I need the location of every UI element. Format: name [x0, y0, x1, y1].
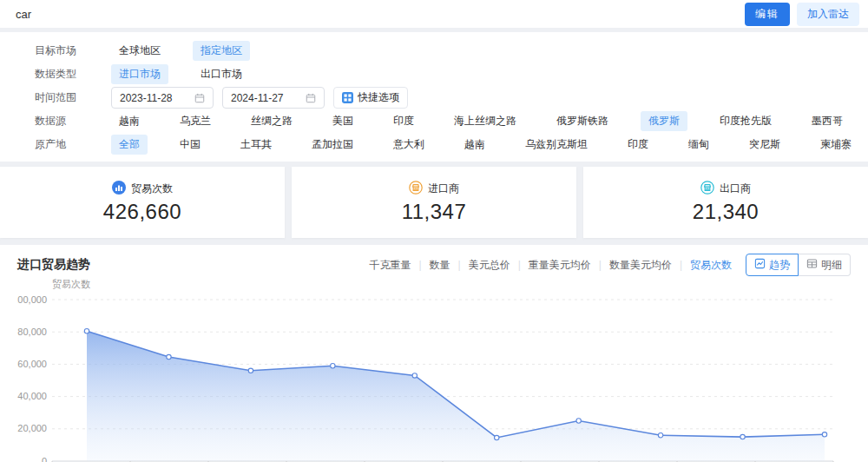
filter-option-data-source[interactable]: 美国 [325, 111, 361, 131]
svg-text:60,000: 60,000 [17, 359, 47, 369]
filter-option-origin[interactable]: 越南 [457, 135, 493, 155]
exporter-store-icon [700, 181, 714, 197]
chart-panel: 进口贸易趋势 千克重量|数量|美元总价|重量美元均价|数量美元均价|贸易次数 趋… [0, 245, 868, 462]
separator: | [599, 259, 602, 271]
filter-option-data-source[interactable]: 印度 [385, 111, 422, 131]
bar-chart-icon [112, 181, 126, 197]
stat-value: 426,660 [103, 200, 181, 224]
svg-text:20,000: 20,000 [17, 423, 47, 433]
filter-option-data-source[interactable]: 丝绸之路 [243, 111, 300, 131]
filter-option-data-source[interactable]: 印度抢先版 [712, 111, 779, 131]
separator: | [458, 259, 461, 271]
svg-text:100,000: 100,000 [17, 294, 47, 305]
edit-button[interactable]: 编辑 [745, 3, 790, 26]
filter-options-data-source: 越南乌克兰丝绸之路美国印度海上丝绸之路俄罗斯铁路俄罗斯印度抢先版墨西哥哈萨克斯坦… [111, 111, 868, 131]
filter-option-target-market[interactable]: 指定地区 [193, 41, 250, 61]
filter-option-origin[interactable]: 全部 [111, 135, 148, 155]
table-grid-icon [806, 258, 818, 272]
filter-option-origin[interactable]: 孟加拉国 [304, 135, 361, 155]
filter-label-data-source: 数据源 [35, 114, 89, 129]
importer-store-icon [409, 181, 423, 197]
filter-option-data-source[interactable]: 越南 [111, 111, 148, 131]
metric-1[interactable]: 千克重量 [369, 258, 411, 273]
filter-panel: 目标市场全球地区指定地区数据类型进口市场出口市场时间范围2023-11-2820… [0, 32, 868, 162]
calendar-icon [194, 93, 205, 103]
filter-option-origin[interactable]: 土耳其 [233, 135, 279, 155]
filter-row-time-range: 时间范围2023-11-282024-11-27快捷选项 [35, 86, 851, 109]
quick-options-icon [342, 92, 353, 103]
filter-label-target-market: 目标市场 [35, 43, 89, 58]
filter-option-origin[interactable]: 印度 [620, 135, 656, 155]
chart-header: 进口贸易趋势 千克重量|数量|美元总价|重量美元均价|数量美元均价|贸易次数 趋… [17, 254, 851, 276]
stat-card-trade-count: 贸易次数 426,660 [0, 167, 285, 238]
filter-options-data-type: 进口市场出口市场 [111, 64, 851, 84]
view-switcher: 趋势 明细 [746, 254, 851, 276]
stat-card-importers: 进口商 11,347 [292, 167, 576, 238]
filter-row-data-type: 数据类型进口市场出口市场 [35, 63, 851, 86]
topbar-actions: 编辑 加入雷达 [745, 3, 859, 26]
svg-text:40,000: 40,000 [17, 391, 47, 401]
chart-body: 贸易次数020,00040,00060,00080,000100,0002023… [17, 278, 851, 462]
calendar-icon [306, 93, 316, 103]
quick-options-button[interactable]: 快捷选项 [333, 87, 408, 109]
start-date-input-value: 2023-11-28 [120, 92, 173, 104]
filter-option-data-source[interactable]: 海上丝绸之路 [446, 111, 524, 131]
topbar: car 编辑 加入雷达 [0, 0, 868, 28]
stat-card-exporters: 出口商 21,340 [583, 167, 868, 238]
filter-option-origin[interactable]: 柬埔寨 [812, 135, 859, 155]
filter-option-origin[interactable]: 意大利 [385, 135, 432, 155]
stat-label: 贸易次数 [131, 182, 173, 196]
svg-text:0: 0 [42, 456, 47, 462]
metric-6[interactable]: 贸易次数 [690, 258, 732, 273]
filter-label-origin: 原产地 [35, 137, 89, 152]
stat-label: 出口商 [720, 182, 751, 196]
trend-view-button[interactable]: 趋势 [746, 254, 799, 276]
start-date-input[interactable]: 2023-11-28 [111, 87, 214, 109]
stats-row: 贸易次数 426,660 进口商 11,347 出口商 21,340 [0, 167, 868, 238]
svg-text:贸易次数: 贸易次数 [52, 279, 90, 289]
metric-5[interactable]: 数量美元均价 [609, 258, 672, 273]
separator: | [518, 259, 521, 271]
metric-3[interactable]: 美元总价 [469, 258, 510, 273]
metric-4[interactable]: 重量美元均价 [529, 258, 591, 273]
filter-row-data-source: 数据源越南乌克兰丝绸之路美国印度海上丝绸之路俄罗斯铁路俄罗斯印度抢先版墨西哥哈萨… [35, 109, 851, 133]
filter-option-target-market[interactable]: 全球地区 [111, 41, 168, 61]
add-to-radar-button[interactable]: 加入雷达 [797, 3, 859, 26]
separator: | [680, 259, 682, 271]
trend-chart-icon [754, 258, 766, 272]
filter-option-data-source[interactable]: 墨西哥 [804, 111, 851, 131]
filter-option-origin[interactable]: 缅甸 [681, 135, 717, 155]
filter-option-data-source[interactable]: 乌克兰 [172, 111, 219, 131]
filter-option-data-type[interactable]: 进口市场 [111, 64, 168, 84]
metric-2[interactable]: 数量 [430, 258, 450, 273]
chart-title: 进口贸易趋势 [17, 257, 90, 273]
separator: | [418, 259, 421, 271]
filter-option-data-source[interactable]: 俄罗斯铁路 [549, 111, 616, 131]
page-title: car [16, 8, 31, 21]
filter-options-time-range: 2023-11-282024-11-27快捷选项 [111, 87, 851, 109]
metric-toolbar: 千克重量|数量|美元总价|重量美元均价|数量美元均价|贸易次数 [369, 258, 732, 273]
filter-options-target-market: 全球地区指定地区 [111, 41, 851, 61]
end-date-input-value: 2024-11-27 [231, 92, 284, 104]
filter-option-data-source[interactable]: 俄罗斯 [641, 111, 687, 131]
filter-option-data-type[interactable]: 出口市场 [193, 64, 250, 84]
stat-label: 进口商 [428, 182, 459, 196]
trend-area-chart: 贸易次数020,00040,00060,00080,000100,0002023… [17, 278, 851, 462]
filter-option-origin[interactable]: 乌兹别克斯坦 [517, 135, 595, 155]
filter-label-time-range: 时间范围 [35, 90, 89, 105]
filter-options-origin: 全部中国土耳其孟加拉国意大利越南乌兹别克斯坦印度缅甸突尼斯柬埔寨德国保加利亚葡萄… [111, 135, 868, 155]
filter-option-origin[interactable]: 中国 [172, 135, 208, 155]
filter-row-target-market: 目标市场全球地区指定地区 [35, 39, 851, 63]
stat-value: 11,347 [402, 200, 467, 224]
quick-options-label: 快捷选项 [358, 90, 399, 105]
stat-value: 21,340 [693, 200, 759, 224]
svg-text:80,000: 80,000 [17, 327, 47, 337]
filter-row-origin: 原产地全部中国土耳其孟加拉国意大利越南乌兹别克斯坦印度缅甸突尼斯柬埔寨德国保加利… [35, 133, 851, 156]
filter-label-data-type: 数据类型 [35, 67, 89, 82]
detail-view-button[interactable]: 明细 [799, 254, 851, 276]
end-date-input[interactable]: 2024-11-27 [222, 87, 325, 109]
filter-option-origin[interactable]: 突尼斯 [741, 135, 788, 155]
